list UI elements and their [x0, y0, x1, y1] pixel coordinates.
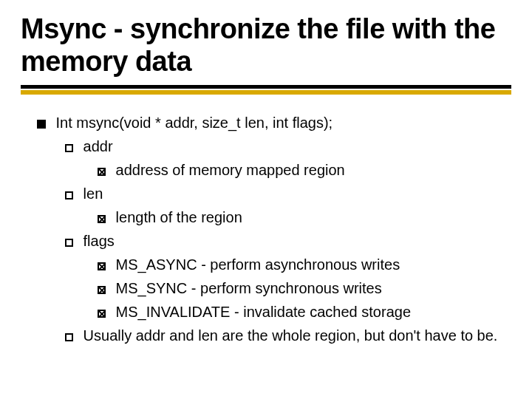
- crossed-square-bullet-icon: [98, 215, 106, 223]
- item-text: MS_INVALIDATE - invalidate cached storag…: [116, 304, 411, 320]
- crossed-square-bullet-icon: [98, 286, 106, 294]
- item-text: MS_ASYNC - perform asynchronous writes: [116, 256, 400, 273]
- list-item: Int msync(void * addr, size_t len, int f…: [21, 111, 511, 134]
- item-text: len: [83, 185, 103, 202]
- crossed-square-bullet-icon: [98, 262, 106, 270]
- list-item: flags: [21, 229, 511, 253]
- slide: Msync - synchronize the file with the me…: [0, 0, 532, 399]
- list-item: address of memory mapped region: [21, 158, 511, 182]
- item-text: MS_SYNC - perform synchronous writes: [116, 280, 382, 296]
- hollow-square-bullet-icon: [65, 333, 73, 341]
- list-item: addr: [21, 134, 511, 158]
- slide-title: Msync - synchronize the file with the me…: [21, 13, 511, 89]
- hollow-square-bullet-icon: [65, 191, 73, 200]
- crossed-square-bullet-icon: [98, 168, 106, 176]
- square-bullet-icon: [37, 120, 46, 129]
- item-text: Usually addr and len are the whole regio…: [83, 327, 498, 344]
- item-text: flags: [83, 233, 115, 249]
- list-item: len: [21, 182, 511, 205]
- crossed-square-bullet-icon: [98, 310, 106, 318]
- list-item: MS_INVALIDATE - invalidate cached storag…: [21, 300, 511, 324]
- item-text: addr: [83, 138, 113, 154]
- list-item: length of the region: [21, 205, 511, 229]
- item-text: Int msync(void * addr, size_t len, int f…: [56, 115, 333, 131]
- item-text: address of memory mapped region: [116, 162, 345, 178]
- list-item: MS_ASYNC - perform asynchronous writes: [21, 253, 511, 276]
- title-underline: [21, 90, 511, 95]
- hollow-square-bullet-icon: [65, 144, 73, 152]
- list-item: Usually addr and len are the whole regio…: [21, 324, 511, 347]
- list-item: MS_SYNC - perform synchronous writes: [21, 276, 511, 300]
- hollow-square-bullet-icon: [65, 239, 73, 247]
- bullet-list: Int msync(void * addr, size_t len, int f…: [21, 111, 511, 347]
- item-text: length of the region: [116, 209, 242, 225]
